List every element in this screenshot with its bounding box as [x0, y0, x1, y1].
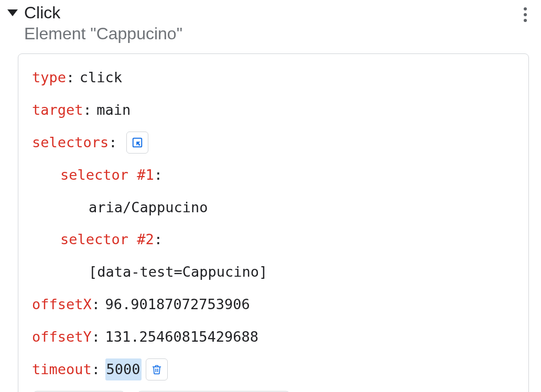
field-selector-1-value-row[interactable]: aria/Cappucino [32, 197, 515, 219]
selector-picker-button[interactable] [126, 132, 148, 154]
field-key: selector #1 [60, 164, 154, 186]
delete-timeout-button[interactable] [146, 358, 168, 380]
trash-icon [152, 364, 162, 375]
field-key: timeout [32, 358, 92, 380]
field-selector-1[interactable]: selector #1: [32, 164, 515, 186]
field-value: click [80, 67, 122, 89]
field-selector-2-value-row[interactable]: [data-test=Cappucino] [32, 261, 515, 283]
field-key: type [32, 67, 66, 89]
field-value: [data-test=Cappucino] [89, 261, 267, 283]
field-key: offsetY [32, 326, 92, 348]
field-key: offsetX [32, 293, 92, 315]
step-header-text: Click Element "Cappucino" [24, 2, 536, 44]
field-type[interactable]: type: click [32, 67, 515, 89]
field-selectors[interactable]: selectors: [32, 132, 515, 154]
field-value: 96.90187072753906 [105, 293, 250, 315]
field-timeout[interactable]: timeout: 5000 [32, 358, 515, 380]
step-header: Click Element "Cappucino" [7, 2, 536, 44]
field-offsety[interactable]: offsetY: 131.25460815429688 [32, 326, 515, 348]
step-title: Click [24, 2, 536, 23]
field-target[interactable]: target: main [32, 99, 515, 121]
step-subtitle: Element "Cappucino" [24, 23, 536, 44]
field-value: aria/Cappucino [89, 197, 208, 219]
field-value: 131.25460815429688 [105, 326, 259, 348]
field-key: target [32, 99, 83, 121]
collapse-triangle-icon[interactable] [7, 9, 18, 16]
field-value-editing[interactable]: 5000 [105, 358, 142, 380]
kebab-menu-icon[interactable] [517, 4, 534, 25]
field-selector-2[interactable]: selector #2: [32, 228, 515, 251]
step-editor: Click Element "Cappucino" type: click ta… [0, 0, 541, 392]
step-details-panel: type: click target: main selectors: sele… [18, 53, 529, 392]
field-offsetx[interactable]: offsetX: 96.90187072753906 [32, 293, 515, 315]
field-key: selector #2 [60, 228, 154, 251]
selector-picker-icon [132, 137, 143, 148]
field-value: main [96, 99, 131, 121]
field-key: selectors [32, 132, 109, 154]
